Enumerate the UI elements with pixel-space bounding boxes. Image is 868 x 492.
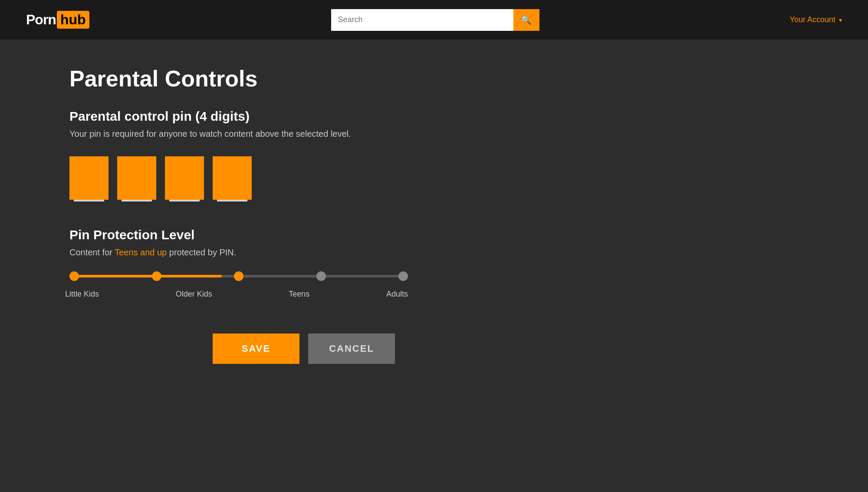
- search-button[interactable]: 🔍: [513, 9, 539, 31]
- slider-label-adults: Adults: [386, 290, 408, 299]
- account-label: Your Account: [790, 15, 835, 24]
- logo-hub: hub: [57, 11, 89, 29]
- slider-label-older-kids: Older Kids: [176, 290, 212, 299]
- protection-section-title: Pin Protection Level: [69, 228, 538, 242]
- slider-labels: Little Kids Older Kids Teens Adults: [69, 286, 408, 299]
- slider-track: [69, 275, 408, 277]
- protection-description: Content for Teens and up protected by PI…: [69, 248, 538, 258]
- slider-dots: [69, 271, 408, 281]
- chevron-down-icon: ▾: [839, 17, 842, 23]
- pin-digit-3-wrapper: [165, 156, 204, 201]
- pin-digit-1[interactable]: [69, 156, 108, 200]
- pin-digit-4[interactable]: [213, 156, 252, 200]
- protection-highlight: Teens and up: [115, 248, 167, 257]
- pin-underline-4: [217, 200, 247, 201]
- slider-dot-end: [398, 271, 408, 281]
- protection-section: Pin Protection Level Content for Teens a…: [69, 228, 538, 299]
- page-title: Parental Controls: [69, 66, 538, 92]
- pin-inputs: [69, 156, 538, 201]
- slider-label-teens: Teens: [289, 290, 309, 299]
- pin-underline-1: [74, 200, 104, 201]
- pin-section-description: Your pin is required for anyone to watch…: [69, 129, 538, 139]
- slider-dot-teens: [234, 271, 243, 281]
- pin-section: Parental control pin (4 digits) Your pin…: [69, 109, 538, 201]
- pin-underline-2: [122, 200, 152, 201]
- save-button[interactable]: SAVE: [213, 334, 299, 364]
- pin-digit-2-wrapper: [117, 156, 156, 201]
- pin-digit-3[interactable]: [165, 156, 204, 200]
- slider-dot-adults: [316, 271, 326, 281]
- protection-description-suffix: protected by PIN.: [169, 248, 237, 257]
- logo[interactable]: Porn hub: [26, 11, 89, 29]
- main-content: Parental Controls Parental control pin (…: [0, 40, 608, 390]
- pin-digit-4-wrapper: [213, 156, 252, 201]
- header: Porn hub 🔍 Your Account ▾: [0, 0, 868, 40]
- slider-dot-older-kids: [152, 271, 161, 281]
- search-input[interactable]: [331, 9, 513, 31]
- search-icon: 🔍: [521, 15, 532, 25]
- protection-slider[interactable]: [69, 275, 408, 277]
- search-container: 🔍: [331, 9, 548, 31]
- account-menu[interactable]: Your Account ▾: [790, 15, 842, 24]
- pin-section-title: Parental control pin (4 digits): [69, 109, 538, 124]
- pin-digit-1-wrapper: [69, 156, 108, 201]
- slider-label-little-kids: Little Kids: [65, 290, 99, 299]
- pin-digit-2[interactable]: [117, 156, 156, 200]
- button-container: SAVE CANCEL: [69, 334, 538, 364]
- protection-description-prefix: Content for: [69, 248, 115, 257]
- pin-underline-3: [169, 200, 200, 201]
- logo-text: Porn: [26, 12, 56, 28]
- slider-dot-little-kids: [69, 271, 79, 281]
- cancel-button[interactable]: CANCEL: [308, 334, 395, 364]
